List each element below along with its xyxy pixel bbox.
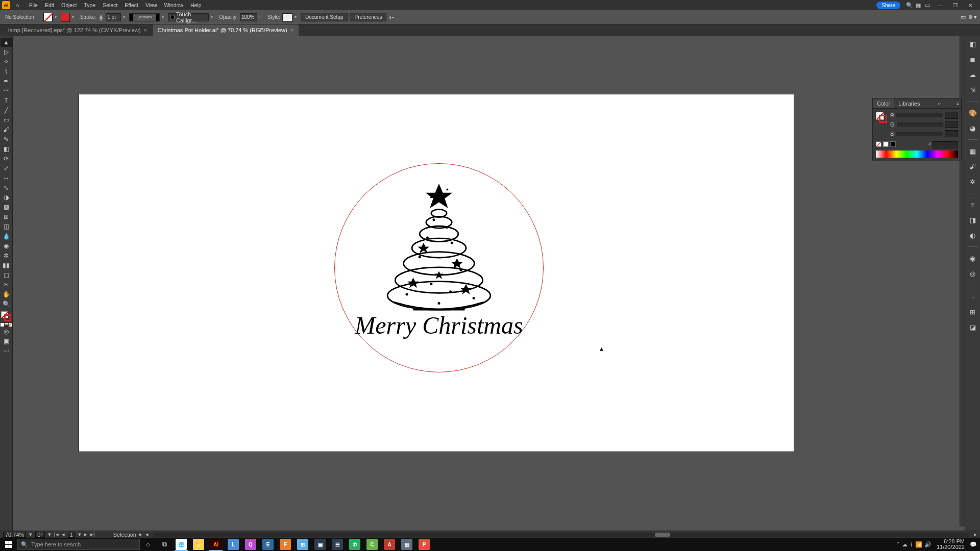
taskbar-app-explorer[interactable]: 📁 (190, 538, 207, 551)
status-menu-icon[interactable]: ▸ (139, 531, 142, 538)
hscroll-left-icon[interactable]: ◂ (145, 531, 149, 538)
artboard-last-icon[interactable]: ▸| (90, 531, 95, 538)
rectangle-tool[interactable]: ▭ (1, 115, 12, 124)
menu-window[interactable]: Window (161, 2, 187, 8)
artboard-dropdown-icon[interactable]: ▾ (78, 531, 81, 538)
cortana-icon[interactable]: ○ (140, 538, 156, 551)
canvas-area[interactable]: Merry Christmas ▴ (13, 36, 965, 534)
gpu-preview-icon[interactable]: ▭ (961, 14, 966, 20)
profile-dropdown-icon[interactable]: ▾ (162, 15, 166, 19)
type-tool[interactable]: T (1, 96, 12, 105)
tray-notifications-icon[interactable]: 💬 (970, 541, 977, 548)
artboard[interactable]: Merry Christmas ▴ (79, 94, 794, 452)
stroke-weight-stepper[interactable]: ▲▼ (98, 14, 104, 20)
arrange-documents-icon[interactable]: ▦ (914, 2, 923, 9)
artboard-tool[interactable]: ▢ (1, 270, 12, 280)
horizontal-scrollbar[interactable] (154, 533, 969, 537)
menu-help[interactable]: Help (187, 2, 205, 8)
stroke-weight-input[interactable]: 1 pt (106, 13, 121, 21)
taskbar-app-chrome[interactable]: 🌐 (173, 538, 190, 551)
color-panel-tab-libraries[interactable]: Libraries (894, 98, 924, 108)
libraries-panel-icon[interactable]: ☁ (968, 69, 978, 80)
menu-effect[interactable]: Effect (121, 2, 142, 8)
draw-mode-icon[interactable]: ◎ (1, 327, 12, 336)
blend-tool[interactable]: ◉ (1, 241, 12, 251)
graphic-style-swatch[interactable] (282, 13, 292, 21)
stroke-weight-dropdown-icon[interactable]: ▾ (123, 15, 127, 19)
rotation-dropdown-icon[interactable]: ▾ (48, 531, 51, 538)
curvature-tool[interactable]: 〰 (1, 86, 12, 95)
fill-stroke-indicator[interactable] (1, 311, 11, 321)
magic-wand-tool[interactable]: ✧ (1, 57, 12, 66)
taskbar-search-input[interactable]: 🔍 Type here to search (17, 539, 140, 550)
selection-tool[interactable]: ▲ (1, 38, 12, 47)
r-value-input[interactable] (945, 112, 958, 119)
brush-dropdown-icon[interactable]: ▾ (211, 15, 215, 19)
tray-onedrive-icon[interactable]: ☁ (902, 541, 908, 548)
paintbrush-tool[interactable]: 🖌 (1, 125, 12, 134)
transparency-panel-icon[interactable]: ◐ (968, 230, 978, 240)
artboard-first-icon[interactable]: |◂ (54, 531, 59, 538)
hex-value-input[interactable] (933, 141, 958, 148)
taskbar-app[interactable]: Q (242, 538, 259, 551)
color-spectrum[interactable] (876, 151, 958, 158)
g-value-input[interactable] (945, 121, 958, 128)
search-icon[interactable]: 🔍 (904, 2, 914, 9)
hscroll-right-icon[interactable]: ▸ (974, 531, 977, 538)
slice-tool[interactable]: ✂ (1, 280, 12, 289)
home-icon[interactable]: ⌂ (13, 1, 21, 9)
appearance-panel-icon[interactable]: ◉ (968, 253, 978, 263)
menu-edit[interactable]: Edit (41, 2, 58, 8)
zoom-dropdown-icon[interactable]: ▾ (29, 531, 32, 538)
style-dropdown-icon[interactable]: ▾ (295, 15, 299, 19)
taskbar-app-illustrator[interactable]: Ai (207, 538, 225, 551)
menu-file[interactable]: File (26, 2, 41, 8)
rotation-input[interactable]: 0° (35, 532, 45, 538)
fill-swatch[interactable] (43, 13, 53, 22)
artboard-number-input[interactable]: 1 (68, 532, 75, 538)
stroke-panel-icon[interactable]: ≡ (968, 199, 978, 210)
zoom-tool[interactable]: 🔍 (1, 299, 12, 309)
eraser-tool[interactable]: ◧ (1, 144, 12, 154)
document-tab[interactable]: lamp [Recovered].eps* @ 122.74 % (CMYK/P… (3, 24, 153, 36)
b-value-input[interactable] (945, 130, 958, 137)
none-swatch-icon[interactable] (876, 141, 881, 147)
b-slider[interactable] (896, 132, 943, 136)
artboard-next-icon[interactable]: ▸ (84, 531, 87, 538)
eyedropper-tool[interactable]: 💧 (1, 232, 12, 241)
tray-overflow-icon[interactable]: ˄ (897, 541, 900, 548)
shape-builder-tool[interactable]: ◑ (1, 193, 12, 202)
window-close-icon[interactable]: ✕ (963, 3, 978, 8)
christmas-tree-artwork[interactable] (365, 181, 513, 329)
panel-collapse-icon[interactable]: ›› (936, 101, 943, 106)
graphic-styles-panel-icon[interactable]: ◎ (968, 268, 978, 279)
direct-selection-tool[interactable]: ▷ (1, 47, 12, 57)
tray-volume-icon[interactable]: 🔊 (924, 541, 932, 548)
taskbar-app[interactable]: C (363, 538, 381, 551)
tray-bluetooth-icon[interactable]: ᚼ (910, 541, 913, 547)
hand-tool[interactable]: ✋ (1, 290, 12, 299)
align-panel-icon[interactable]: ⫞ (968, 291, 978, 302)
color-mode-row[interactable] (1, 323, 12, 327)
stroke-swatch[interactable] (61, 13, 70, 22)
share-button[interactable]: Share (876, 2, 900, 9)
column-graph-tool[interactable]: ▮▮ (1, 261, 12, 270)
g-slider[interactable] (897, 122, 943, 127)
edit-toolbar-icon[interactable]: ⋯ (1, 346, 12, 356)
symbol-sprayer-tool[interactable]: ✲ (1, 251, 12, 260)
taskbar-app[interactable]: ⊞ (294, 538, 311, 551)
mesh-tool[interactable]: ⊞ (1, 212, 12, 221)
transform-panel-icon[interactable]: ⊞ (968, 307, 978, 317)
menu-view[interactable]: View (142, 2, 161, 8)
screen-mode-icon[interactable]: ▣ (1, 337, 12, 346)
swatches-panel-icon[interactable]: ▦ (968, 146, 978, 156)
menu-select[interactable]: Select (99, 2, 121, 8)
black-swatch-icon[interactable] (883, 141, 889, 147)
color-guide-panel-icon[interactable]: ◕ (968, 123, 978, 133)
pen-tool[interactable]: ✒ (1, 77, 12, 86)
fill-dropdown-icon[interactable]: ▾ (55, 15, 59, 19)
properties-panel-icon[interactable]: ◧ (968, 39, 978, 49)
taskbar-app[interactable]: ▤ (398, 538, 415, 551)
taskbar-app[interactable]: ▣ (311, 538, 329, 551)
taskbar-app[interactable]: A (381, 538, 398, 551)
